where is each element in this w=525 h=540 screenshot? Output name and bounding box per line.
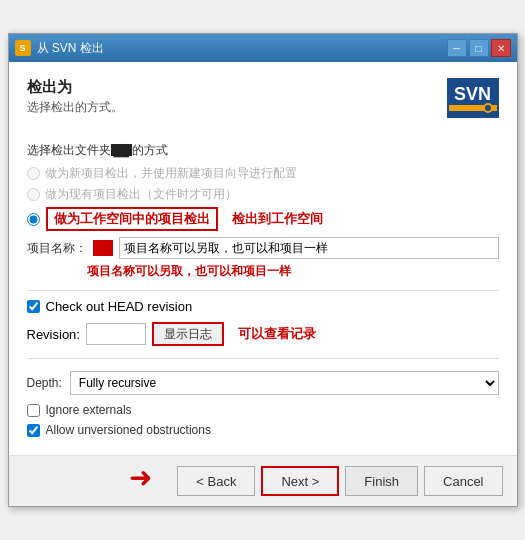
titlebar-left: S 从 SVN 检出 <box>15 40 104 57</box>
project-name-badge <box>93 240 113 256</box>
depth-row: Depth: Fully recursive Immediate childre… <box>27 367 499 395</box>
ignore-externals-label: Ignore externals <box>46 403 132 417</box>
revision-label: Revision: <box>27 327 80 342</box>
finish-button[interactable]: Finish <box>345 466 418 496</box>
project-name-row: 项目名称： <box>27 237 499 259</box>
options-group-label: 选择检出文件夹██的方式 <box>27 142 499 159</box>
allow-unversioned-row: Allow unversioned obstructions <box>27 423 499 437</box>
allow-unversioned-checkbox[interactable] <box>27 424 40 437</box>
checkout-head-row: Check out HEAD revision <box>27 299 499 314</box>
show-log-button[interactable]: 显示日志 <box>152 322 224 346</box>
option2-row: 做为现有项目检出（文件时才可用） <box>27 186 499 203</box>
option1-row: 做为新项目检出，并使用新建项目向导进行配置 <box>27 165 499 182</box>
checkout-workspace-annotation: 检出到工作空间 <box>232 210 323 228</box>
log-annotation: 可以查看记录 <box>238 325 316 343</box>
ignore-externals-checkbox[interactable] <box>27 404 40 417</box>
cancel-button[interactable]: Cancel <box>424 466 502 496</box>
option1-radio[interactable] <box>27 167 40 180</box>
svn-logo-circle <box>483 103 493 113</box>
main-window: S 从 SVN 检出 ─ □ ✕ 检出为 选择检出的方式。 SVN 选择检出 <box>8 33 518 507</box>
option3-radio[interactable] <box>27 213 40 226</box>
header-area: 检出为 选择检出的方式。 SVN <box>27 78 499 128</box>
next-button[interactable]: Next > <box>261 466 339 496</box>
option1-label: 做为新项目检出，并使用新建项目向导进行配置 <box>45 165 297 182</box>
option3-label: 做为工作空间中的项目检出 <box>46 207 218 231</box>
page-subtitle: 选择检出的方式。 <box>27 99 123 116</box>
project-name-input[interactable] <box>119 237 499 259</box>
header-texts: 检出为 选择检出的方式。 <box>27 78 123 128</box>
depth-select[interactable]: Fully recursive Immediate children Only … <box>70 371 499 395</box>
option2-label: 做为现有项目检出（文件时才可用） <box>45 186 237 203</box>
page-title: 检出为 <box>27 78 123 97</box>
titlebar: S 从 SVN 检出 ─ □ ✕ <box>9 34 517 62</box>
titlebar-controls: ─ □ ✕ <box>447 39 511 57</box>
close-button[interactable]: ✕ <box>491 39 511 57</box>
option3-row: 做为工作空间中的项目检出 检出到工作空间 <box>27 207 499 231</box>
svn-logo-text: SVN <box>454 85 491 103</box>
svn-logo-line <box>449 105 497 111</box>
separator2 <box>27 358 499 359</box>
revision-input[interactable] <box>86 323 146 345</box>
depth-label: Depth: <box>27 376 62 390</box>
arrow-annotation: ➜ <box>129 464 152 492</box>
project-name-label: 项目名称： <box>27 240 87 257</box>
checkout-head-label: Check out HEAD revision <box>46 299 193 314</box>
allow-unversioned-label: Allow unversioned obstructions <box>46 423 211 437</box>
minimize-button[interactable]: ─ <box>447 39 467 57</box>
option2-radio[interactable] <box>27 188 40 201</box>
revision-row: Revision: 显示日志 可以查看记录 <box>27 322 499 346</box>
maximize-button[interactable]: □ <box>469 39 489 57</box>
project-name-annotation: 项目名称可以另取，也可以和项目一样 <box>87 263 499 280</box>
window-title: 从 SVN 检出 <box>37 40 104 57</box>
ignore-externals-row: Ignore externals <box>27 403 499 417</box>
footer: ➜ < Back Next > Finish Cancel <box>9 455 517 506</box>
main-content: 检出为 选择检出的方式。 SVN 选择检出文件夹██的方式 做为新项目检出，并使… <box>9 62 517 455</box>
back-button[interactable]: < Back <box>177 466 255 496</box>
separator1 <box>27 290 499 291</box>
checkout-head-checkbox[interactable] <box>27 300 40 313</box>
svn-logo: SVN <box>447 78 499 118</box>
window-icon: S <box>15 40 31 56</box>
